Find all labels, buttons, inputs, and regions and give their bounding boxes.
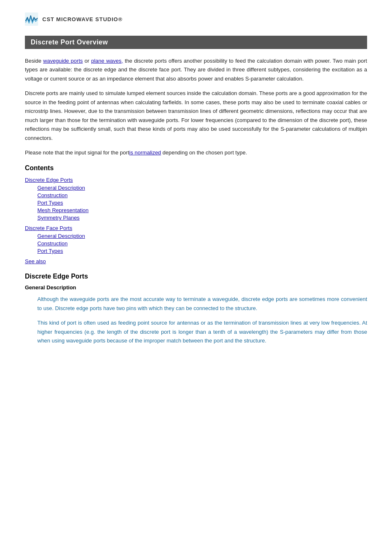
general-description-edge-subheading: General Description xyxy=(25,284,367,291)
see-also-link[interactable]: See also xyxy=(25,258,367,264)
contents-edge-mesh-link[interactable]: Mesh Representation xyxy=(37,207,367,213)
intro-section: Beside waveguide ports or plane waves, t… xyxy=(25,56,367,157)
general-desc-para1: Although the waveguide ports are the mos… xyxy=(37,295,367,313)
contents-face-general-link[interactable]: General Description xyxy=(37,233,367,239)
contents-edge-construction-link[interactable]: Construction xyxy=(37,192,367,198)
contents-edge-ports-link[interactable]: Discrete Edge Ports xyxy=(25,177,367,183)
discrete-edge-ports-section: Discrete Edge Ports General Description … xyxy=(25,273,367,345)
waveguide-ports-link[interactable]: waveguide ports xyxy=(43,58,83,64)
normalized-link[interactable]: is normalized xyxy=(129,149,161,156)
header: CST MICROWAVE STUDIO® xyxy=(25,12,367,28)
contents-heading: Contents xyxy=(25,164,367,172)
contents-edge-symmetry-link[interactable]: Symmetry Planes xyxy=(37,215,367,221)
contents-list: Discrete Edge Ports General Description … xyxy=(25,177,367,264)
contents-group-face: Discrete Face Ports General Description … xyxy=(25,225,367,254)
contents-face-porttypes-link[interactable]: Port Types xyxy=(37,248,367,254)
discrete-edge-ports-heading: Discrete Edge Ports xyxy=(25,273,367,280)
logo-text: CST MICROWAVE STUDIO® xyxy=(42,16,123,22)
intro-para2: Discrete ports are mainly used to simula… xyxy=(25,89,367,142)
general-description-edge-section: General Description Although the wavegui… xyxy=(25,284,367,345)
general-description-edge-content: Although the waveguide ports are the mos… xyxy=(37,295,367,345)
title-bar: Discrete Port Overview xyxy=(25,36,367,49)
page: CST MICROWAVE STUDIO® Discrete Port Over… xyxy=(0,0,392,555)
contents-edge-porttypes-link[interactable]: Port Types xyxy=(37,200,367,206)
intro-para1: Beside waveguide ports or plane waves, t… xyxy=(25,56,367,83)
intro-para3: Please note that the input signal for th… xyxy=(25,148,367,157)
general-desc-para2: This kind of port is often used as feedi… xyxy=(37,318,367,345)
contents-face-construction-link[interactable]: Construction xyxy=(37,240,367,247)
contents-group-edge: Discrete Edge Ports General Description … xyxy=(25,177,367,221)
plane-waves-link[interactable]: plane waves, xyxy=(91,58,123,64)
contents-edge-general-link[interactable]: General Description xyxy=(37,185,367,191)
cst-logo-icon xyxy=(25,12,38,26)
contents-face-ports-link[interactable]: Discrete Face Ports xyxy=(25,225,367,231)
contents-section: Contents Discrete Edge Ports General Des… xyxy=(25,164,367,264)
